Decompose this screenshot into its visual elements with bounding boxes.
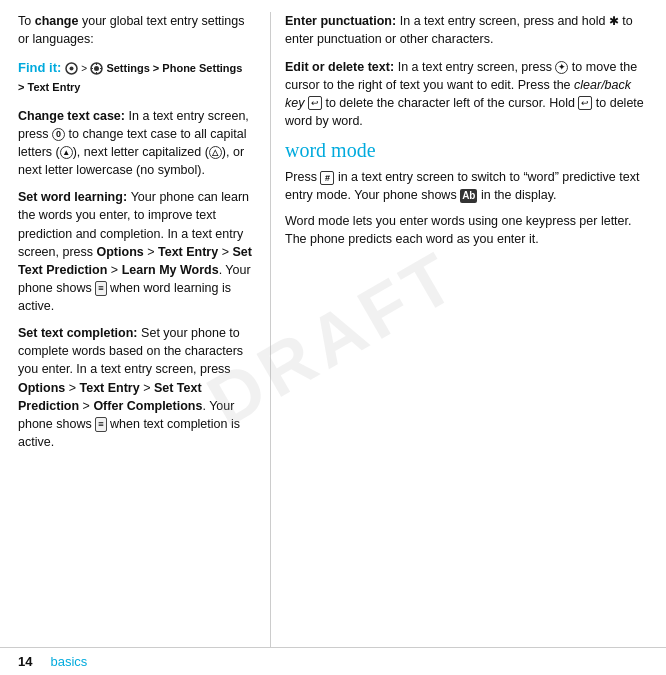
section-change-text-case: Change text case: In a text entry screen… xyxy=(18,107,256,180)
clear-back-key-icon: ↩ xyxy=(308,96,322,110)
find-it-arrow1: > xyxy=(81,63,90,74)
page-container: DRAFT To change your global text entry s… xyxy=(0,0,666,675)
options-label-1: Options xyxy=(97,245,144,259)
find-it-line: Find it: > xyxy=(18,58,256,97)
section-title-edit-delete: Edit or delete text: xyxy=(285,60,394,74)
nav-cursor-icon: ✦ xyxy=(555,61,568,74)
section-title-text-completion: Set text completion: xyxy=(18,326,137,340)
text-case-icon: 0 xyxy=(52,128,65,141)
find-it-nav-icon xyxy=(65,61,81,75)
find-it-label: Find it: xyxy=(18,60,61,75)
section-title-word-learning: Set word learning: xyxy=(18,190,127,204)
word-mode-para2: Word mode lets you enter words using one… xyxy=(285,212,648,248)
options-label-2: Options xyxy=(18,381,65,395)
star-key-icon: ✱ xyxy=(609,13,619,30)
caps-one-icon: △ xyxy=(209,146,222,159)
caps-all-icon: ▲ xyxy=(60,146,73,159)
section-edit-delete: Edit or delete text: In a text entry scr… xyxy=(285,58,648,131)
section-body-word-learning: Your phone can learn the words you enter… xyxy=(18,190,252,313)
text-completion-indicator: ≡ xyxy=(95,417,106,432)
offer-completions-label: Offer Completions xyxy=(93,399,202,413)
pound-key-icon: # xyxy=(320,171,334,185)
footer: 14 basics xyxy=(0,647,666,675)
find-it-path-rest: > Text Entry xyxy=(18,81,80,93)
word-mode-heading: word mode xyxy=(285,139,648,162)
footer-section-label: basics xyxy=(50,654,87,669)
section-title-change-text-case: Change text case: xyxy=(18,109,125,123)
section-word-learning: Set word learning: Your phone can learn … xyxy=(18,188,256,315)
right-column: Enter punctuation: In a text entry scree… xyxy=(271,12,666,647)
word-learning-indicator: ≡ xyxy=(95,281,106,296)
learn-my-words-label: Learn My Words xyxy=(122,263,219,277)
section-text-completion: Set text completion: Set your phone to c… xyxy=(18,324,256,451)
change-bold: change xyxy=(35,14,79,28)
svg-point-3 xyxy=(94,66,99,71)
find-it-settings-icon xyxy=(90,61,106,75)
word-mode-para1: Press # in a text entry screen to switch… xyxy=(285,168,648,204)
text-entry-label-2: Text Entry xyxy=(79,381,139,395)
footer-page-number: 14 xyxy=(18,654,32,669)
section-body-text-completion: Set your phone to complete words based o… xyxy=(18,326,243,449)
svg-point-1 xyxy=(69,67,73,71)
find-it-path: Settings > Phone Settings xyxy=(106,62,242,74)
text-entry-label-1: Text Entry xyxy=(158,245,218,259)
section-title-punctuation: Enter punctuation: xyxy=(285,14,396,28)
content-area: To change your global text entry setting… xyxy=(0,0,666,647)
intro-text: To change your global text entry setting… xyxy=(18,12,256,48)
section-enter-punctuation: Enter punctuation: In a text entry scree… xyxy=(285,12,648,49)
ab-display-icon: Ab xyxy=(460,189,477,204)
clear-back-hold-icon: ↩ xyxy=(578,96,592,110)
left-column: To change your global text entry setting… xyxy=(0,12,270,647)
